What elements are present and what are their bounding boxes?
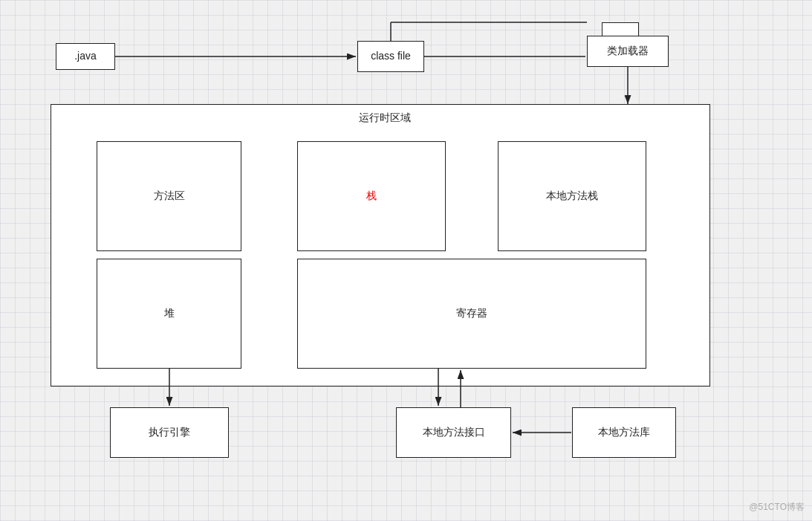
label-runtime: 运行时区域 — [359, 111, 411, 126]
box-executor: 执行引擎 — [110, 407, 229, 458]
label-classfile: class file — [371, 49, 411, 64]
box-stack: 栈 — [297, 141, 446, 251]
label-registers: 寄存器 — [456, 306, 487, 321]
canvas: .java class file 类加载器 运行时区域 方法区 栈 本地方法栈 … — [0, 0, 812, 521]
box-nativeinterface: 本地方法接口 — [396, 407, 511, 458]
label-nativestack: 本地方法栈 — [546, 189, 598, 204]
label-nativeinterface: 本地方法接口 — [423, 425, 485, 440]
box-registers: 寄存器 — [297, 259, 646, 369]
box-heap: 堆 — [97, 259, 241, 369]
box-nativelib: 本地方法库 — [572, 407, 676, 458]
label-java: .java — [74, 49, 97, 64]
classloader-tab — [602, 22, 639, 36]
label-stack: 栈 — [366, 189, 377, 204]
label-classloader: 类加载器 — [607, 44, 649, 59]
stack-char-1: 栈 — [366, 190, 377, 201]
label-methodarea: 方法区 — [154, 189, 185, 204]
label-heap: 堆 — [164, 306, 175, 321]
box-classfile: class file — [357, 41, 424, 72]
watermark: @51CTO博客 — [749, 501, 805, 514]
box-nativestack: 本地方法栈 — [498, 141, 646, 251]
box-java: .java — [56, 43, 115, 70]
label-executor: 执行引擎 — [149, 425, 190, 440]
label-nativelib: 本地方法库 — [598, 425, 650, 440]
box-classloader: 类加载器 — [587, 36, 669, 67]
classloader-group: 类加载器 — [587, 22, 669, 54]
box-methodarea: 方法区 — [97, 141, 241, 251]
